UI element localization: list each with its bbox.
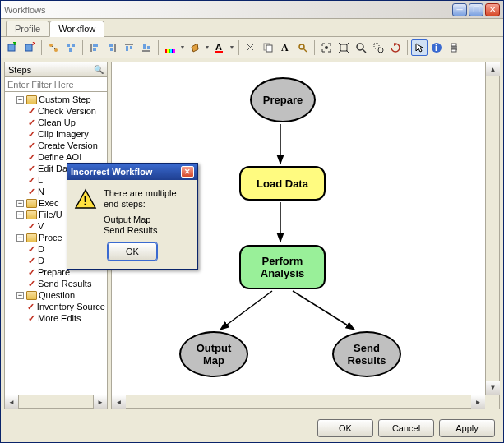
dialog-close-button[interactable]: ✕ (181, 166, 194, 178)
node-perform-analysis[interactable]: Perform Analysis (239, 245, 326, 289)
node-load-data[interactable]: Load Data (239, 166, 326, 201)
tree-label: V (38, 220, 44, 232)
tree-step[interactable]: ✓Send Results (7, 278, 105, 289)
tree-step[interactable]: ✓Check Version (7, 105, 105, 117)
ok-button[interactable]: OK (317, 419, 373, 437)
svg-rect-51 (451, 44, 456, 46)
separator-icon (238, 40, 239, 55)
scroll-down-icon[interactable]: ▼ (486, 381, 500, 395)
toolbar-text-color-icon[interactable]: A (211, 39, 228, 56)
tree-label: Define AOI (38, 151, 81, 163)
check-icon: ✓ (26, 187, 36, 196)
toolbar-find-icon[interactable] (294, 39, 311, 56)
svg-rect-10 (69, 48, 72, 52)
toolbar-fullscreen-icon[interactable] (335, 39, 352, 56)
tree-step[interactable]: ✓Clip Imagery (7, 128, 105, 140)
check-icon: ✓ (26, 130, 36, 139)
expand-icon[interactable]: − (16, 211, 24, 219)
toolbar-add-step-icon[interactable] (4, 39, 21, 56)
toolbar-fit-icon[interactable] (318, 39, 335, 56)
tree-step[interactable]: ✓Clean Up (7, 117, 105, 128)
scroll-left-icon[interactable]: ◄ (5, 395, 19, 409)
tree-folder[interactable]: −Question (7, 289, 105, 301)
tab-profile[interactable]: Profile (6, 21, 49, 36)
tree-step[interactable]: ✓More Edits (7, 312, 105, 324)
tree-folder[interactable]: −Custom Step (7, 94, 105, 105)
svg-rect-17 (125, 44, 133, 45)
expand-icon[interactable]: − (16, 234, 24, 242)
toolbar-paste-icon[interactable]: A (277, 39, 294, 56)
tabstrip: Profile Workflow (1, 19, 503, 37)
check-icon: ✓ (26, 141, 36, 150)
node-prepare[interactable]: Prepare (250, 77, 316, 122)
svg-text:A: A (215, 42, 222, 52)
toolbar-pointer-icon[interactable] (411, 39, 428, 56)
scroll-right-icon[interactable]: ► (93, 395, 107, 409)
chevron-down-icon[interactable]: ▼ (204, 39, 210, 56)
search-icon[interactable]: 🔍 (94, 65, 104, 74)
scroll-left-icon[interactable]: ◄ (112, 395, 126, 409)
svg-rect-15 (109, 44, 113, 47)
tree-label: Exec (39, 197, 58, 209)
tree-step[interactable]: ✓Inventory Source (7, 301, 105, 312)
svg-rect-14 (114, 44, 116, 52)
svg-line-7 (52, 46, 55, 49)
tree-step[interactable]: ✓Create Version (7, 140, 105, 151)
svg-rect-12 (93, 44, 98, 47)
vertical-scrollbar: ▲ ▼ (485, 62, 499, 395)
toolbar-refresh-icon[interactable] (387, 39, 404, 56)
cancel-button[interactable]: Cancel (378, 419, 434, 437)
check-icon: ✓ (26, 222, 36, 231)
window-title: Workflows (4, 5, 452, 15)
expand-icon[interactable]: − (16, 292, 24, 299)
check-icon: ✓ (26, 176, 36, 185)
toolbar-print-icon[interactable] (446, 39, 462, 56)
svg-rect-52 (451, 49, 456, 52)
tab-workflow[interactable]: Workflow (49, 21, 104, 37)
check-icon: ✓ (26, 118, 36, 127)
svg-rect-19 (130, 46, 132, 49)
toolbar-align-top-icon[interactable] (121, 39, 137, 56)
toolbar-region-icon[interactable] (370, 39, 386, 56)
node-send-results[interactable]: Send Results (332, 331, 401, 377)
toolbar-zoom-icon[interactable] (353, 39, 369, 56)
svg-text:i: i (435, 44, 437, 53)
svg-marker-47 (416, 44, 423, 52)
horizontal-scrollbar: ◄ ► (112, 395, 499, 408)
chevron-down-icon[interactable]: ▼ (229, 39, 235, 56)
tree-step[interactable]: ✓Define AOI (7, 151, 105, 163)
minimize-button[interactable]: ─ (452, 3, 467, 16)
svg-rect-35 (266, 45, 272, 52)
svg-line-56 (220, 291, 272, 330)
expand-icon[interactable]: − (16, 96, 24, 104)
toolbar-align-left-icon[interactable] (86, 39, 103, 56)
toolbar-fill-icon[interactable] (187, 39, 203, 56)
toolbar-cut-icon[interactable] (243, 39, 259, 56)
scroll-up-icon[interactable]: ▲ (486, 62, 500, 76)
tree-label: Proce (39, 232, 62, 243)
dialog-ok-button[interactable]: OK (108, 242, 157, 261)
chevron-down-icon[interactable]: ▼ (179, 39, 186, 56)
toolbar-multi-icon[interactable] (62, 39, 79, 56)
toolbar-info-icon[interactable]: i (428, 39, 445, 56)
check-icon: ✓ (26, 107, 36, 116)
svg-rect-11 (90, 44, 92, 52)
dialog-titlebar[interactable]: Incorrect Workflow ✕ (67, 164, 197, 180)
svg-rect-9 (72, 44, 75, 47)
apply-button[interactable]: Apply (439, 419, 495, 437)
toolbar-spectrum-icon[interactable] (162, 39, 178, 56)
toolbar-copy-icon[interactable] (260, 39, 276, 56)
toolbar-connect-icon[interactable] (45, 39, 62, 56)
svg-rect-13 (93, 48, 96, 51)
node-output-map[interactable]: Output Map (179, 331, 248, 377)
scroll-right-icon[interactable]: ► (471, 395, 485, 409)
filter-input[interactable] (5, 77, 107, 91)
expand-icon[interactable]: − (16, 200, 24, 207)
toolbar-align-bottom-icon[interactable] (138, 39, 155, 56)
tree-label: Inventory Source (37, 301, 105, 312)
tree-label: Send Results (38, 278, 91, 289)
toolbar-align-right-icon[interactable] (104, 39, 120, 56)
toolbar-delete-icon[interactable]: ✕ (21, 39, 38, 56)
maximize-button[interactable]: ☐ (469, 3, 483, 16)
close-button[interactable]: ✕ (485, 3, 500, 16)
